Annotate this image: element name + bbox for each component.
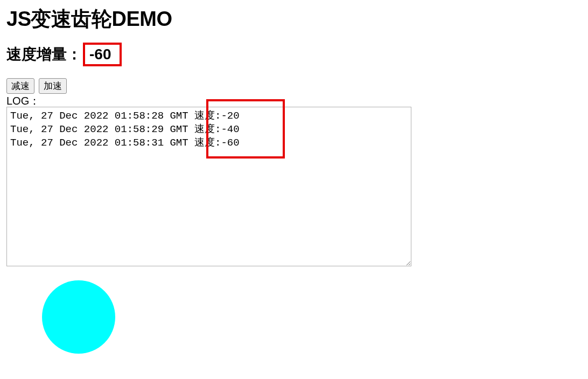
animated-circle xyxy=(42,280,115,354)
speed-label: 速度增量： xyxy=(6,44,82,65)
decel-button[interactable]: 减速 xyxy=(6,78,34,94)
page-title: JS变速齿轮DEMO xyxy=(6,5,582,33)
speed-heading: 速度增量： -60 xyxy=(6,43,582,66)
log-textarea[interactable] xyxy=(6,107,411,266)
speed-value: -60 xyxy=(83,43,122,66)
log-container xyxy=(6,107,411,268)
accel-button[interactable]: 加速 xyxy=(39,78,67,94)
log-label: LOG： xyxy=(6,95,582,107)
button-row: 减速 加速 xyxy=(6,78,582,94)
